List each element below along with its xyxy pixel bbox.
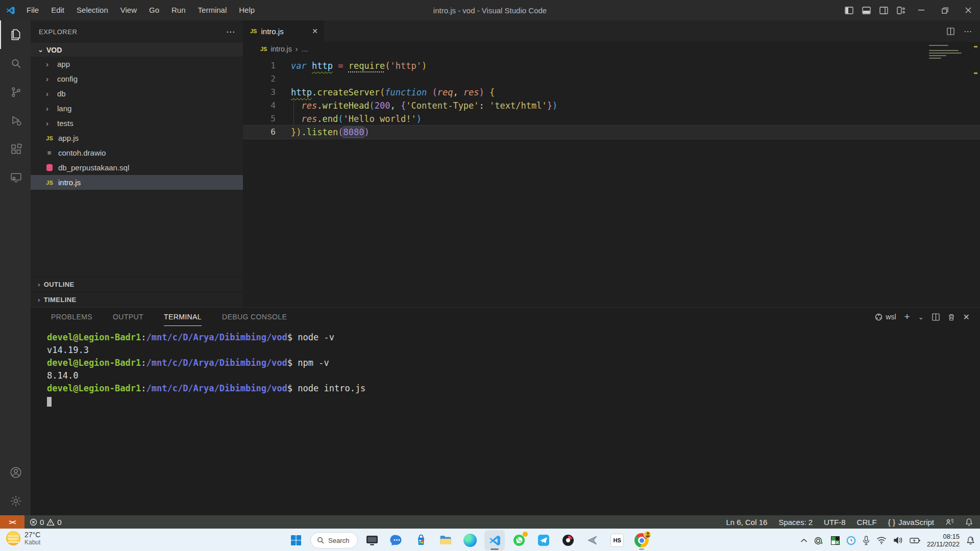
code-line-6[interactable]: 6}).listen(8080) (243, 126, 980, 139)
editor-more-actions-icon[interactable]: ⋯ (964, 27, 972, 36)
app-monitor[interactable] (362, 530, 382, 550)
panel-tab-debug-console[interactable]: DEBUG CONSOLE (222, 308, 287, 326)
weather-widget[interactable]: 27°C Kabut (6, 531, 40, 546)
code-area[interactable]: 1var http = require('http')23http.create… (243, 56, 980, 139)
close-button[interactable] (957, 0, 980, 20)
app-store[interactable] (411, 530, 431, 550)
remote-explorer-icon[interactable] (0, 163, 31, 192)
app-hs[interactable]: HS (607, 530, 627, 550)
breadcrumb-symbol[interactable]: … (301, 45, 308, 53)
remote-indicator[interactable]: >< (0, 515, 24, 529)
tree-item-intro-js[interactable]: JSintro.js (31, 175, 243, 190)
cursor-position[interactable]: Ln 6, Col 16 (726, 518, 768, 527)
outline-section[interactable]: › OUTLINE (31, 277, 243, 292)
code-line-3[interactable]: 3http.createServer(function (req, res) { (243, 86, 980, 99)
panel-tab-output[interactable]: OUTPUT (113, 308, 143, 326)
braces-icon: { } (888, 518, 895, 527)
vscode-logo-icon (0, 6, 20, 15)
language-label: JavaScript (898, 518, 934, 527)
timeline-section[interactable]: › TIMELINE (31, 292, 243, 307)
accounts-icon[interactable] (0, 458, 31, 487)
tray-volume-icon[interactable] (893, 536, 903, 544)
language-mode[interactable]: { } JavaScript (888, 518, 934, 527)
kill-terminal-icon[interactable] (948, 313, 955, 321)
app-arrow[interactable] (582, 530, 603, 550)
tray-clock[interactable]: 08:15 22/11/2022 (927, 533, 960, 548)
code-line-4[interactable]: 4 res.writeHead(200, {'Content-Type': 't… (243, 99, 980, 112)
menu-file[interactable]: File (20, 0, 45, 20)
encoding[interactable]: UTF-8 (824, 518, 846, 527)
code-line-5[interactable]: 5 res.end('Hello world!') (243, 112, 980, 126)
menu-terminal[interactable]: Terminal (192, 0, 233, 20)
menu-edit[interactable]: Edit (45, 0, 70, 20)
tree-item-app-js[interactable]: JSapp.js (31, 131, 243, 145)
indentation[interactable]: Spaces: 2 (778, 518, 813, 527)
terminal[interactable]: devel@Legion-Badr1:/mnt/c/D/Arya/Dibimbi… (31, 326, 980, 408)
workspace-root-vod[interactable]: ⌄ VOD (31, 43, 243, 57)
minimize-button[interactable] (910, 0, 933, 20)
panel-tab-terminal[interactable]: TERMINAL (164, 308, 202, 326)
search-icon[interactable] (0, 49, 31, 78)
terminal-profile[interactable]: wsl (875, 313, 896, 321)
toggle-panel-icon[interactable] (857, 0, 875, 20)
app-edge[interactable] (460, 530, 480, 550)
minimap[interactable] (929, 45, 968, 60)
menu-go[interactable]: Go (143, 0, 165, 20)
eol-sequence[interactable]: CRLF (857, 518, 877, 527)
app-file-explorer[interactable] (435, 530, 456, 550)
feedback-icon[interactable] (945, 518, 954, 526)
settings-gear-icon[interactable] (0, 487, 31, 515)
source-control-icon[interactable] (0, 78, 31, 106)
tab-intro-js[interactable]: JS intro.js ✕ (243, 20, 324, 42)
code-line-2[interactable]: 2 (243, 72, 980, 86)
tree-item-config[interactable]: ›config (31, 71, 243, 86)
split-terminal-icon[interactable] (932, 313, 940, 321)
app-vscode[interactable] (484, 530, 505, 550)
tree-item-contoh-drawio[interactable]: ≡contoh.drawio (31, 145, 243, 160)
app-whatsapp[interactable] (509, 530, 529, 550)
tray-notification-bell-icon[interactable] (966, 536, 975, 545)
menu-run[interactable]: Run (165, 0, 192, 20)
tray-green-grid-icon[interactable] (831, 536, 840, 545)
taskbar-search[interactable]: Search (310, 532, 358, 548)
start-button[interactable] (286, 530, 306, 550)
tree-item-lang[interactable]: ›lang (31, 101, 243, 116)
js-file-icon: JS (250, 28, 257, 34)
close-panel-icon[interactable]: ✕ (963, 312, 970, 322)
run-debug-icon[interactable] (0, 106, 31, 135)
tray-microphone-icon[interactable] (863, 536, 870, 545)
menu-view[interactable]: View (114, 0, 143, 20)
customize-layout-icon[interactable] (892, 0, 910, 20)
explorer-icon[interactable] (0, 20, 31, 49)
tree-item-tests[interactable]: ›tests (31, 116, 243, 131)
restore-button[interactable] (933, 0, 957, 20)
menu-selection[interactable]: Selection (70, 0, 114, 20)
toggle-sidebar-icon[interactable] (840, 0, 857, 20)
app-chrome[interactable] (631, 530, 652, 550)
tree-item-db-perpustakaan-sql[interactable]: db_perpustakaan.sql (31, 160, 243, 175)
problems-summary[interactable]: 0 0 (24, 518, 67, 527)
app-chat[interactable] (386, 530, 407, 550)
tree-item-app[interactable]: ›app (31, 57, 243, 71)
notifications-bell-icon[interactable] (965, 518, 973, 526)
tree-item-db[interactable]: ›db (31, 86, 243, 101)
tray-chevron-up-icon[interactable] (800, 538, 807, 543)
terminal-dropdown-icon[interactable]: ⌄ (918, 313, 924, 321)
menu-help[interactable]: Help (233, 0, 261, 20)
tab-close-icon[interactable]: ✕ (312, 27, 318, 35)
tray-wifi-icon[interactable] (876, 537, 887, 544)
explorer-more-actions-icon[interactable]: ⋯ (226, 27, 235, 37)
tray-battery-icon[interactable] (910, 537, 920, 544)
app-blue-square[interactable] (533, 530, 554, 550)
split-editor-icon[interactable] (947, 28, 954, 35)
tray-clock-icon[interactable] (846, 536, 856, 545)
panel-tab-problems[interactable]: PROBLEMS (51, 308, 92, 326)
new-terminal-icon[interactable]: + (904, 311, 910, 322)
extensions-icon[interactable] (0, 135, 31, 163)
tray-cast-icon[interactable] (814, 536, 824, 545)
breadcrumbs[interactable]: JS intro.js › … (243, 42, 980, 56)
code-line-1[interactable]: 1var http = require('http') (243, 59, 980, 72)
toggle-secondary-sidebar-icon[interactable] (875, 0, 892, 20)
app-dark-circle[interactable] (558, 530, 578, 550)
breadcrumb-file[interactable]: intro.js (271, 45, 291, 53)
